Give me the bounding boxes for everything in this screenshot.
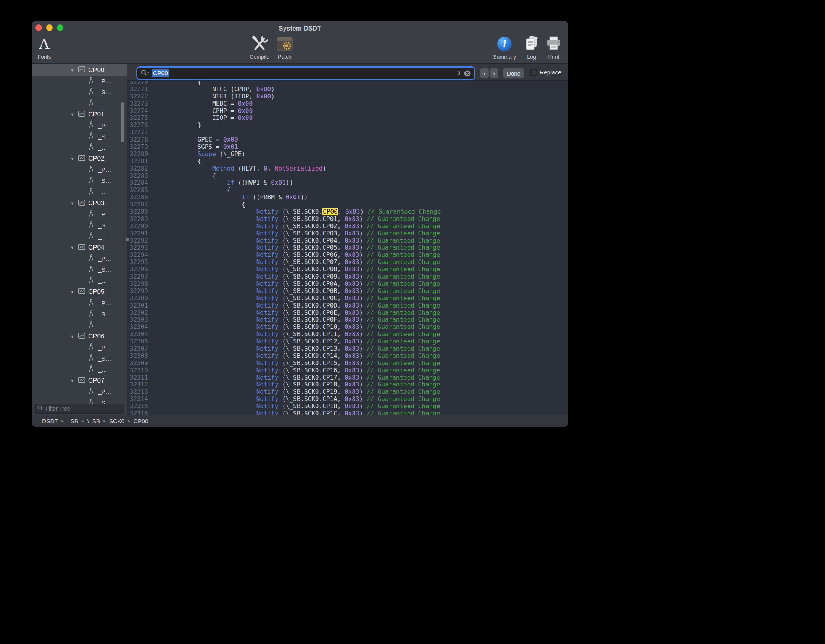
- tree-item-cp05[interactable]: ▼CP05: [32, 287, 127, 298]
- breadcrumb-item-cp00[interactable]: CP00: [134, 418, 148, 425]
- code-line[interactable]: 32306 Notify (\_SB.SCK0.CP12, 0x83) // G…: [127, 338, 568, 345]
- code-line[interactable]: 32274 CPHP = 0x00: [127, 108, 568, 115]
- code-line[interactable]: 32313 Notify (\_SB.SCK0.CP19, 0x83) // G…: [127, 388, 568, 396]
- find-input[interactable]: CP00 3: [137, 68, 474, 79]
- search-menu-icon[interactable]: [141, 69, 150, 77]
- tree-item-cp02-p[interactable]: _P…: [32, 164, 127, 175]
- sidebar-scrollbar-thumb[interactable]: [121, 102, 124, 142]
- code-line[interactable]: 32289 Notify (\_SB.SCK0.CP01, 0x83) // G…: [127, 216, 568, 223]
- breadcrumb-item-sb[interactable]: _SB: [67, 418, 78, 425]
- tree-item-cp02-s[interactable]: _S…: [32, 175, 127, 187]
- tree-item-cp06[interactable]: ▼CP06: [32, 331, 127, 342]
- replace-checkbox[interactable]: [530, 69, 537, 76]
- compile-button[interactable]: Compile: [246, 35, 273, 60]
- code-line[interactable]: 32303 Notify (\_SB.SCK0.CP0F, 0x83) // G…: [127, 316, 568, 324]
- code-line[interactable]: 32292 Notify (\_SB.SCK0.CP04, 0x83) // G…: [127, 237, 568, 245]
- filter-tree-field[interactable]: Filter Tree: [34, 404, 124, 414]
- tree-item-cp03-s[interactable]: _S…: [32, 220, 127, 231]
- code-line[interactable]: 32279 SGPS = 0x01: [127, 143, 568, 151]
- tree-item-cp01[interactable]: ▼CP01: [32, 109, 127, 120]
- tree-item-cp00-p[interactable]: _P…: [32, 76, 127, 87]
- code-line[interactable]: 32277: [127, 129, 568, 136]
- code-line[interactable]: 32284 If ((HWPI & 0x01)): [127, 179, 568, 187]
- tree-item-cp06-s[interactable]: _S…: [32, 353, 127, 364]
- tree-item-cp01-s[interactable]: _S…: [32, 131, 127, 142]
- breadcrumb-item-sb[interactable]: \_SB: [87, 418, 100, 425]
- code-line[interactable]: 32273 MEBC = 0x00: [127, 100, 568, 108]
- clear-search-button[interactable]: [464, 70, 471, 77]
- tree-item-cp00-s[interactable]: _S…: [32, 87, 127, 98]
- tree-item-cp00-item[interactable]: _…: [32, 98, 127, 109]
- code-line[interactable]: 32276 }: [127, 122, 568, 129]
- tree-item-cp07[interactable]: ▼CP07: [32, 375, 127, 386]
- disclosure-triangle-icon[interactable]: ▼: [69, 112, 75, 117]
- code-line[interactable]: 32301 Notify (\_SB.SCK0.CP0D, 0x83) // G…: [127, 302, 568, 309]
- disclosure-triangle-icon[interactable]: ▼: [69, 290, 75, 294]
- code-line[interactable]: 32290 Notify (\_SB.SCK0.CP02, 0x83) // G…: [127, 223, 568, 230]
- tree-item-cp02-item[interactable]: _…: [32, 187, 127, 198]
- code-line[interactable]: 32278 GPEC = 0x00: [127, 136, 568, 143]
- tree-item-cp04-p[interactable]: _P…: [32, 253, 127, 264]
- tree-item-cp05-item[interactable]: _…: [32, 320, 127, 331]
- code-line[interactable]: 32294 Notify (\_SB.SCK0.CP06, 0x83) // G…: [127, 251, 568, 259]
- code-line[interactable]: 32310 Notify (\_SB.SCK0.CP16, 0x83) // G…: [127, 367, 568, 374]
- code-line[interactable]: 32304 Notify (\_SB.SCK0.CP10, 0x83) // G…: [127, 324, 568, 331]
- code-line[interactable]: 32293 Notify (\_SB.SCK0.CP05, 0x83) // G…: [127, 244, 568, 251]
- tree-item-cp00[interactable]: ▼CP00: [32, 64, 127, 76]
- code-line[interactable]: 32299 Notify (\_SB.SCK0.CP0B, 0x83) // G…: [127, 288, 568, 295]
- breadcrumb-item-sck0[interactable]: SCK0: [109, 418, 125, 425]
- tree-item-cp01-p[interactable]: _P…: [32, 120, 127, 131]
- code-line[interactable]: 32275 IIOP = 0x00: [127, 114, 568, 122]
- disclosure-triangle-icon[interactable]: ▼: [69, 334, 75, 339]
- code-line[interactable]: 32311 Notify (\_SB.SCK0.CP17, 0x83) // G…: [127, 374, 568, 382]
- summary-button[interactable]: i Summary: [491, 35, 518, 60]
- disclosure-triangle-icon[interactable]: ▼: [69, 201, 75, 206]
- code-line[interactable]: 32270 {: [127, 80, 568, 86]
- code-line[interactable]: 32300 Notify (\_SB.SCK0.CP0C, 0x83) // G…: [127, 295, 568, 302]
- patch-button[interactable]: Patch: [271, 35, 298, 60]
- code-line[interactable]: 32281 {: [127, 158, 568, 165]
- find-previous-button[interactable]: ‹: [480, 68, 489, 78]
- print-button[interactable]: Print: [540, 35, 567, 60]
- code-line[interactable]: 32312 Notify (\_SB.SCK0.CP18, 0x83) // G…: [127, 381, 568, 388]
- code-line[interactable]: 32305 Notify (\_SB.SCK0.CP11, 0x83) // G…: [127, 331, 568, 338]
- code-line[interactable]: 32307 Notify (\_SB.SCK0.CP13, 0x83) // G…: [127, 345, 568, 353]
- code-line[interactable]: 32282 Method (HLVT, 0, NotSerialized): [127, 165, 568, 172]
- code-line[interactable]: 32283 {: [127, 172, 568, 180]
- done-button[interactable]: Done: [503, 68, 524, 78]
- code-line[interactable]: 32309 Notify (\_SB.SCK0.CP15, 0x83) // G…: [127, 360, 568, 367]
- code-line[interactable]: 32296 Notify (\_SB.SCK0.CP08, 0x83) // G…: [127, 266, 568, 273]
- code-line[interactable]: 32315 Notify (\_SB.SCK0.CP1B, 0x83) // G…: [127, 403, 568, 410]
- tree-item-cp05-p[interactable]: _P…: [32, 298, 127, 309]
- tree-item-cp02[interactable]: ▼CP02: [32, 153, 127, 164]
- fonts-button[interactable]: A Fonts: [32, 35, 58, 60]
- find-next-button[interactable]: ›: [490, 68, 498, 78]
- code-line[interactable]: 32314 Notify (\_SB.SCK0.CP1A, 0x83) // G…: [127, 396, 568, 403]
- code-line[interactable]: 32271 NTFC (CPHP, 0x00): [127, 86, 568, 93]
- disclosure-triangle-icon[interactable]: ▼: [69, 68, 75, 72]
- tree-item-cp03-item[interactable]: _…: [32, 231, 127, 242]
- tree-item-cp04-item[interactable]: _…: [32, 275, 127, 287]
- tree-item-cp06-item[interactable]: _…: [32, 364, 127, 375]
- code-editor[interactable]: 32270 {32271 NTFC (CPHP, 0x00)32272 NTFI…: [127, 80, 568, 415]
- tree-item-cp01-item[interactable]: _…: [32, 142, 127, 153]
- tree-item-cp05-s[interactable]: _S…: [32, 309, 127, 320]
- tree-item-cp04[interactable]: ▼CP04: [32, 242, 127, 253]
- tree-item-cp06-p[interactable]: _P…: [32, 342, 127, 353]
- code-line[interactable]: 32288 Notify (\_SB.SCK0.CP00, 0x83) // G…: [127, 208, 568, 216]
- tree-item-cp03[interactable]: ▼CP03: [32, 198, 127, 209]
- tree-item-cp03-p[interactable]: _P…: [32, 209, 127, 220]
- disclosure-triangle-icon[interactable]: ▼: [69, 378, 75, 383]
- code-line[interactable]: 32295 Notify (\_SB.SCK0.CP07, 0x83) // G…: [127, 259, 568, 266]
- code-line[interactable]: 32302 Notify (\_SB.SCK0.CP0E, 0x83) // G…: [127, 309, 568, 317]
- disclosure-triangle-icon[interactable]: ▼: [69, 156, 75, 161]
- tree-item-cp07-p[interactable]: _P…: [32, 386, 127, 398]
- disclosure-triangle-icon[interactable]: ▼: [69, 245, 75, 250]
- code-line[interactable]: 32286 If ((PRBM & 0x01)): [127, 194, 568, 201]
- code-line[interactable]: 32308 Notify (\_SB.SCK0.CP14, 0x83) // G…: [127, 353, 568, 360]
- code-line[interactable]: 32287 {: [127, 201, 568, 208]
- code-line[interactable]: 32272 NTFI (IIOP, 0x00): [127, 93, 568, 100]
- code-line[interactable]: 32280 Scope (\_GPE): [127, 151, 568, 158]
- code-line[interactable]: 32298 Notify (\_SB.SCK0.CP0A, 0x83) // G…: [127, 280, 568, 288]
- code-line[interactable]: 32316 Notify (\_SB.SCK0.CP1C, 0x83) // G…: [127, 410, 568, 415]
